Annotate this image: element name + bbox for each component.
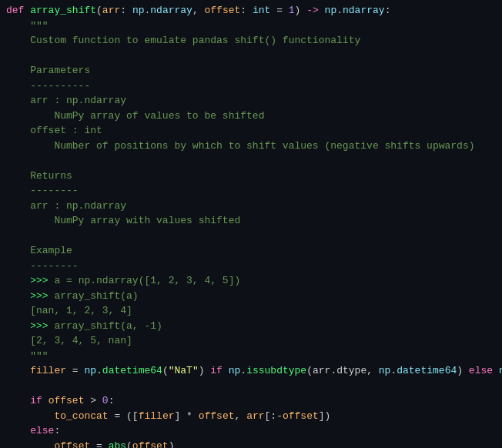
code-line-1: def array_shift(arr: np.ndarray, offset:… — [0, 3, 502, 18]
np-ref3: np — [379, 363, 391, 379]
var-offset5: offset — [132, 439, 169, 449]
docstring-sep1: ---------- — [6, 79, 90, 94]
var-filler: filler — [30, 363, 66, 379]
code-line-10: Number of positions by which to shift va… — [0, 139, 502, 154]
param-offset: offset — [205, 3, 241, 18]
code-line-30: offset = abs(offset) — [0, 439, 502, 449]
docstring-arr-desc: NumPy array of values to be shifted — [6, 109, 264, 124]
code-line-17: Example — [0, 243, 502, 259]
code-line-21: [nan, 1, 2, 3, 4] — [0, 303, 502, 319]
code-line-8: NumPy array of values to be shifted — [0, 109, 502, 124]
docstring-sep3: -------- — [6, 259, 79, 274]
docstring-arr-type: arr : np.ndarray — [6, 93, 126, 109]
type-ndarray: ndarray — [150, 3, 192, 18]
docstring-offset-desc: Number of positions by which to shift va… — [6, 139, 475, 154]
code-line-3: Custom function to emulate pandas shift(… — [0, 33, 502, 48]
datetime64-type: datetime64 — [397, 363, 457, 379]
docstring-ex2 — [6, 289, 30, 304]
code-line-22: >>> array_shift(a, -1) — [0, 319, 502, 334]
param-arr: arr — [102, 3, 120, 18]
docstring-ex1-code: a = np.ndarray([1, 2, 3, 4, 5]) — [49, 273, 241, 289]
code-line-28: to_concat = ([filler] * offset, arr[:-of… — [0, 409, 502, 424]
keyword-else: else — [469, 363, 493, 379]
issubdtype: issubdtype — [246, 363, 306, 379]
code-line-6: ---------- — [0, 79, 502, 94]
var-arr1: arr — [246, 409, 264, 424]
arrow: -> — [306, 3, 319, 18]
zero1: 0 — [102, 393, 109, 409]
code-line-20: >>> array_shift(a) — [0, 289, 502, 304]
docstring-close: """ — [6, 349, 49, 364]
docstring-parameters: Parameters — [6, 63, 90, 79]
docstring-prompt3: >>> — [30, 319, 48, 334]
code-line-19: >>> a = np.ndarray([1, 2, 3, 4, 5]) — [0, 273, 502, 289]
code-line-25: filler = np.datetime64("NaT") if np.issu… — [0, 363, 502, 379]
var-to-concat1: to_concat — [54, 409, 108, 424]
keyword-if2: if — [30, 393, 42, 409]
code-line-9: offset : int — [0, 123, 502, 139]
code-line-16 — [0, 229, 502, 244]
docstring-ex2-code: array_shift(a) — [49, 289, 139, 304]
np-ref4: np — [499, 363, 502, 379]
type-np: np — [132, 3, 145, 18]
type-int: int — [253, 3, 270, 18]
docstring-prompt2: >>> — [30, 289, 48, 304]
code-line-5: Parameters — [0, 63, 502, 79]
docstring-returns: Returns — [6, 169, 72, 184]
code-line-13: -------- — [0, 183, 502, 199]
code-line-27: if offset > 0: — [0, 393, 502, 409]
code-line-7: arr : np.ndarray — [0, 93, 502, 109]
return-type-ndarray: ndarray — [343, 3, 385, 18]
docstring-returns-arr: arr : np.ndarray — [6, 199, 126, 214]
default-value: 1 — [289, 3, 295, 18]
code-line-23: [2, 3, 4, 5, nan] — [0, 333, 502, 349]
var-filler2: filler — [139, 409, 175, 424]
docstring-prompt1: >>> — [30, 273, 48, 289]
nat-string: "NaT" — [169, 363, 199, 379]
var-offset3: offset — [283, 409, 319, 424]
code-line-29: else: — [0, 423, 502, 439]
code-line-15: NumPy array with values shifted — [0, 213, 502, 229]
datetime64: datetime64 — [102, 363, 162, 379]
code-container: def array_shift(arr: np.ndarray, offset:… — [0, 0, 502, 448]
docstring-ex2-result: [nan, 1, 2, 3, 4] — [6, 303, 132, 319]
docstring-ex3-code: array_shift(a, -1) — [49, 319, 162, 334]
code-line-14: arr : np.ndarray — [0, 199, 502, 214]
keyword-else2: else — [30, 423, 54, 439]
code-line-11 — [0, 153, 502, 169]
docstring-line-3: Custom function to emulate pandas shift(… — [6, 33, 360, 48]
code-line-24: """ — [0, 349, 502, 364]
var-offset1: offset — [49, 393, 85, 409]
code-line-2: """ — [0, 18, 502, 34]
keyword-if: if — [210, 363, 223, 379]
var-offset4: offset — [54, 439, 90, 449]
docstring-returns-desc: NumPy array with values shifted — [6, 213, 240, 229]
keyword-def: def — [6, 3, 24, 18]
code-line-4 — [0, 48, 502, 64]
docstring-ex1 — [6, 273, 30, 289]
docstring-open: """ — [6, 18, 49, 34]
function-name: array_shift — [30, 3, 96, 18]
np-ref2: np — [229, 363, 241, 379]
code-line-26 — [0, 379, 502, 394]
code-line-18: -------- — [0, 259, 502, 274]
code-line-12: Returns — [0, 169, 502, 184]
docstring-offset-type: offset : int — [6, 123, 102, 139]
docstring-ex3-result: [2, 3, 4, 5, nan] — [6, 333, 132, 349]
var-offset2: offset — [199, 409, 235, 424]
docstring-sep2: -------- — [6, 183, 79, 199]
builtin-abs: abs — [109, 439, 126, 449]
return-type-np: np — [325, 3, 337, 18]
np-ref1: np — [84, 363, 96, 379]
docstring-example: Example — [6, 243, 72, 259]
docstring-ex3 — [6, 319, 30, 334]
